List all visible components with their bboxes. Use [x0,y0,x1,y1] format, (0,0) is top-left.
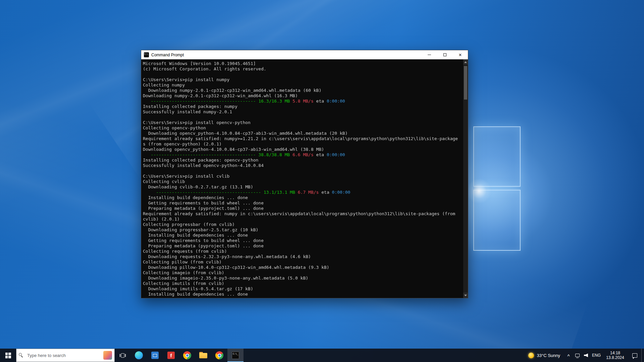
taskbar-search-box[interactable] [16,349,115,362]
maximize-button[interactable] [437,50,452,59]
scroll-up-icon [464,61,467,63]
taskbar-item-chrome[interactable] [179,349,195,362]
terminal-line: Requirement already satisfied: numpy>=1.… [143,136,463,141]
taskbar-clock[interactable]: 14:18 13.8.2024 [602,349,628,362]
windows-start-icon [5,353,11,358]
terminal-line: s (from opencv-python) (2.0.1) [143,141,463,147]
scroll-down-icon [464,295,467,296]
terminal-line: Downloading imageio-2.35.0-py3-none-any.… [143,276,463,281]
taskbar-item-command-prompt[interactable]: C:\_ [227,349,244,362]
terminal-line: C:\Users\Servis>pip install numpy [143,77,463,82]
scroll-down-button[interactable] [463,293,468,298]
sun-weather-icon [528,353,534,358]
terminal-line: Collecting imutils (from cvlib) [143,281,463,286]
search-icon [19,353,24,358]
tray-expand-button[interactable]: ^ [564,349,573,362]
pc-monitor-icon [575,354,580,357]
task-view-button[interactable] [115,349,131,362]
terminal-line: Getting requirements to build wheel ... … [143,238,463,243]
terminal-line: Downloading opencv_python-4.10.0.84-cp37… [143,131,463,136]
start-button[interactable] [0,349,16,362]
terminal-line: Downloading progressbar-2.5.tar.gz (10 k… [143,227,463,233]
terminal-line: Collecting opencv-python [143,125,463,131]
terminal-line [143,72,463,77]
file-explorer-icon [199,352,207,359]
terminal-line: Downloading opencv_python-4.10.0.84-cp37… [143,147,463,152]
terminal-line: cvlib) (2.0.1) [143,217,463,222]
window-controls: ✕ [422,50,468,59]
terminal-line: Successfully installed opencv-python-4.1… [143,163,463,168]
terminal-line: Collecting pillow (from cvlib) [143,259,463,265]
action-center-button[interactable] [628,349,641,362]
terminal-line: C:\Users\Servis>pip install cvlib [143,174,463,179]
terminal-line: ----------------------------------------… [143,99,463,104]
maximize-icon [443,53,446,56]
terminal-line: Requirement already satisfied: numpy in … [143,211,463,217]
terminal-line: (c) Microsoft Corporation. All rights re… [143,66,463,72]
terminal-line: ----------------------------------------… [143,190,463,195]
terminal-line: Installing build dependencies ... done [143,233,463,238]
window-title: Command Prompt [151,53,184,57]
edge-icon [135,351,143,359]
chrome-icon-2 [215,351,223,359]
microsoft-store-icon [151,352,159,359]
cmd-app-icon: C:\ [144,52,149,57]
command-prompt-icon: C:\_ [232,352,239,359]
scrollbar-thumb[interactable] [464,66,467,100]
terminal-line: Installing collected packages: numpy [143,104,463,109]
taskbar-weather-widget[interactable]: 33°C Sunny [524,349,564,362]
terminal-line: Collecting requests (from cvlib) [143,249,463,254]
volume-button[interactable] [582,349,590,362]
terminal-line: Downloading numpy-2.0.1-cp312-cp312-win_… [143,88,463,93]
chrome-icon [183,351,191,359]
terminal-scrollbar[interactable] [463,59,468,298]
search-input[interactable] [26,353,101,358]
terminal-line: Installing collected packages: opencv-py… [143,158,463,163]
taskbar-item-store[interactable] [147,349,163,362]
minimize-button[interactable] [422,50,437,59]
volume-icon [584,354,588,357]
terminal-line: Collecting numpy [143,82,463,88]
tray-pc-button[interactable] [573,349,582,362]
terminal-line: Downloading numpy-2.0.1-cp312-cp312-win_… [143,93,463,99]
terminal-line: Downloading requests-2.32.3-py3-none-any… [143,254,463,259]
terminal-line: ----------------------------------------… [143,152,463,158]
terminal-line: Preparing metadata (pyproject.toml) ... … [143,206,463,211]
language-indicator[interactable]: ENG [590,349,602,362]
terminal-line: Preparing metadata (pyproject.toml) ... … [143,243,463,249]
minimize-icon [428,55,431,55]
terminal-line: C:\Users\Servis>pip install opencv-pytho… [143,120,463,125]
terminal-line [143,168,463,174]
terminal-output[interactable]: Microsoft Windows [Version 10.0.19045.46… [141,59,463,298]
terminal-line: Downloading cvlib-0.2.7.tar.gz (13.1 MB) [143,184,463,190]
close-button[interactable]: ✕ [452,50,468,59]
terminal-line: Installing build dependencies ... done [143,292,463,297]
cmd-window: C:\ Command Prompt ✕ Microsoft Windows [… [141,50,468,298]
search-highlights-icon[interactable] [103,351,112,360]
window-titlebar[interactable]: C:\ Command Prompt ✕ [141,50,468,59]
terminal-line: Collecting imageio (from cvlib) [143,270,463,276]
show-desktop-button[interactable] [641,349,644,362]
taskbar-item-chrome-2[interactable] [211,349,227,362]
terminal-line: Collecting progressbar (from cvlib) [143,222,463,227]
terminal-line: Installing build dependencies ... done [143,195,463,200]
terminal-line: Collecting cvlib [143,179,463,184]
action-center-icon [632,353,637,358]
taskbar-item-file-explorer[interactable] [195,349,211,362]
taskbar-item-edge[interactable] [131,349,147,362]
terminal-line: Successfully installed numpy-2.0.1 [143,109,463,115]
taskbar: f C:\_ 33°C Sunny ^ ENG 14:18 13.8.2024 [0,349,644,362]
terminal-line: Downloading pillow-10.4.0-cp312-cp312-wi… [143,265,463,270]
task-view-icon [120,353,126,358]
terminal-line [143,115,463,120]
terminal-line: Microsoft Windows [Version 10.0.19045.46… [143,61,463,66]
clock-time: 14:18 [610,351,620,355]
clock-date: 13.8.2024 [606,355,624,360]
taskbar-item-f-app[interactable]: f [163,349,179,362]
terminal-line: Getting requirements to build wheel ... … [143,200,463,206]
f-app-icon: f [167,352,175,359]
scroll-up-button[interactable] [463,59,468,65]
weather-text: 33°C Sunny [537,353,560,358]
terminal-line: Downloading imutils-0.5.4.tar.gz (17 kB) [143,286,463,292]
